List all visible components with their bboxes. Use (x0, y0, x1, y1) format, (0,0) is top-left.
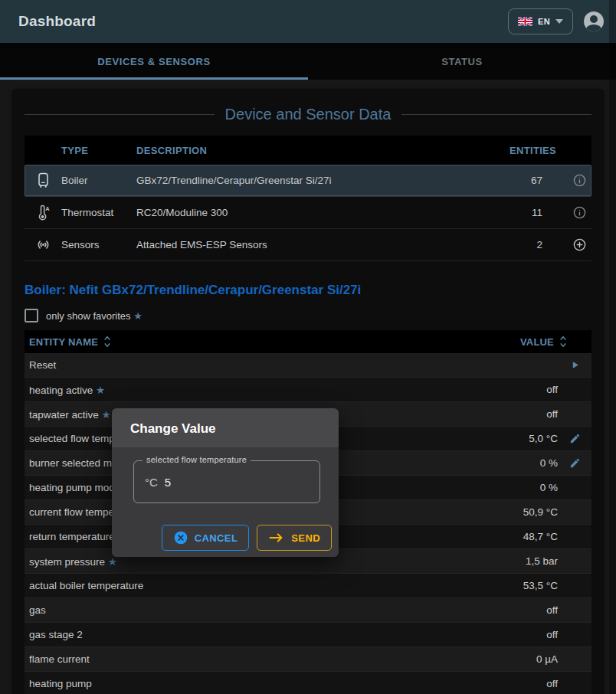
entity-row[interactable]: heating active ★ off (25, 378, 591, 402)
value-field-label: selected flow temperature (143, 455, 251, 464)
entity-name: actual boiler temperature (29, 580, 143, 591)
value-input[interactable] (165, 476, 241, 489)
send-button[interactable]: SEND (257, 525, 332, 551)
thermostat-auto-icon: A (35, 205, 51, 221)
favorite-star-icon: ★ (108, 556, 117, 568)
sort-icon (558, 336, 568, 348)
edit-pencil-icon[interactable] (569, 457, 581, 469)
entity-table-header: ENTITY NAME VALUE (25, 330, 591, 353)
entity-row[interactable]: gas stage 2 ★ off (25, 623, 591, 647)
favorites-filter: only show favorites ★ (25, 309, 591, 322)
play-icon[interactable] (570, 360, 580, 370)
device-description: RC20/Moduline 300 (136, 207, 484, 218)
dashboard-page: Dashboard EN DEVICES & SENSORS STATUS De… (0, 0, 616, 694)
favorites-label: only show favorites (46, 310, 131, 322)
entity-value: 0 % (458, 482, 558, 493)
device-table: TYPE DESCRIPTION ENTITIES A Boiler GBx72… (25, 136, 591, 261)
app-bar: Dashboard EN (0, 0, 616, 43)
entity-name: system pressure (29, 556, 105, 568)
entity-name: gas stage 2 (29, 629, 83, 640)
star-icon: ★ (133, 310, 143, 322)
device-entities-count: 67 (484, 175, 558, 186)
language-selector[interactable]: EN (508, 8, 573, 34)
entity-value: 5,0 °C (458, 433, 558, 444)
device-table-header: TYPE DESCRIPTION ENTITIES (25, 136, 591, 165)
device-table-row[interactable]: A Sensors Attached EMS-ESP Sensors 2 (25, 229, 591, 261)
col-type: TYPE (61, 145, 136, 156)
send-arrow-icon (268, 532, 285, 544)
entity-row[interactable]: heating pump ★ off (25, 672, 591, 694)
info-icon[interactable] (572, 173, 587, 188)
entity-name: heating pump (29, 678, 92, 689)
scrollbar[interactable] (609, 0, 616, 694)
sensors-icon (35, 237, 51, 253)
boiler-icon (36, 172, 51, 189)
boiler-heading: Boiler: Nefit GBx72/Trendline/Cerapur/Gr… (25, 283, 591, 298)
entity-value: off (458, 678, 558, 689)
device-type: Boiler (61, 175, 136, 186)
sort-entity-name[interactable]: ENTITY NAME (29, 336, 113, 348)
dialog-title: Change Value (130, 421, 215, 436)
content-panel: Device and Sensor Data TYPE DESCRIPTION … (12, 89, 604, 694)
device-entities-count: 11 (484, 207, 558, 218)
entity-name: flame current (29, 653, 90, 665)
device-description: GBx72/Trendline/Cerapur/Greenstar Si/27i (136, 175, 484, 186)
entity-value: 1,5 bar (458, 555, 558, 567)
device-table-row[interactable]: A Thermostat RC20/Moduline 300 11 (25, 197, 591, 229)
edit-pencil-icon[interactable] (569, 433, 581, 444)
sort-value[interactable]: VALUE (520, 336, 568, 348)
entity-value: 50,9 °C (458, 506, 558, 518)
favorites-checkbox[interactable] (25, 309, 38, 322)
uk-flag-icon (518, 17, 532, 26)
entity-value: off (458, 604, 558, 616)
sort-icon (102, 336, 113, 348)
unit-adornment: °C (145, 476, 158, 489)
entity-name: Reset (29, 359, 56, 371)
favorite-star-icon: ★ (102, 409, 111, 421)
language-code: EN (538, 17, 550, 26)
entity-value: off (458, 408, 558, 420)
add-circle-icon[interactable] (572, 237, 587, 252)
entity-value: 0 % (458, 457, 558, 469)
page-title: Dashboard (18, 13, 508, 30)
tab-devices-sensors[interactable]: DEVICES & SENSORS (0, 43, 308, 80)
info-icon[interactable] (572, 205, 587, 220)
entity-value: 48,7 °C (458, 531, 558, 542)
cancel-circle-x-icon (173, 530, 188, 545)
account-icon[interactable] (584, 11, 604, 31)
chevron-down-icon (555, 19, 563, 24)
device-entities-count: 2 (484, 239, 558, 250)
cancel-button[interactable]: CANCEL (162, 525, 250, 551)
tab-bar: DEVICES & SENSORS STATUS (0, 43, 616, 80)
tab-status[interactable]: STATUS (308, 43, 616, 80)
entity-name: return temperature (29, 531, 115, 542)
entity-row[interactable]: gas ★ off (25, 598, 591, 623)
device-type: Sensors (61, 239, 136, 250)
col-entities: ENTITIES (484, 145, 558, 156)
section-title: Device and Sensor Data (25, 106, 591, 123)
entity-name: gas (29, 604, 46, 616)
entity-name: heating active (29, 385, 93, 396)
col-description: DESCRIPTION (136, 145, 484, 156)
entity-value: 53,5 °C (458, 580, 558, 591)
value-field: selected flow temperature °C (133, 460, 320, 503)
entity-row[interactable]: Reset ★ (25, 353, 591, 378)
favorite-star-icon: ★ (96, 385, 105, 396)
device-type: Thermostat (61, 207, 136, 218)
entity-row[interactable]: actual boiler temperature ★ 53,5 °C (25, 574, 591, 598)
entity-value: 0 µA (458, 653, 558, 665)
svg-text:A: A (45, 205, 50, 211)
entity-value: off (458, 629, 558, 640)
device-table-row[interactable]: A Boiler GBx72/Trendline/Cerapur/Greenst… (25, 165, 591, 197)
device-description: Attached EMS-ESP Sensors (136, 239, 484, 250)
entity-name: tapwater active (29, 409, 99, 421)
change-value-dialog: Change Value selected flow temperature °… (112, 408, 339, 557)
entity-row[interactable]: flame current ★ 0 µA (25, 647, 591, 672)
entity-value: off (458, 384, 558, 395)
